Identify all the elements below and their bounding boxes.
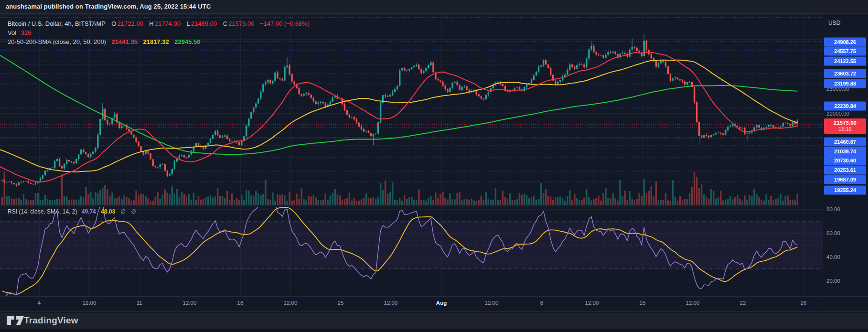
volume-row[interactable]: Vol 326 (8, 28, 310, 37)
volume-label: Vol (8, 29, 16, 36)
price-axis[interactable]: USD 23000.0022000.0024908.2624557.752412… (823, 13, 868, 311)
price-tick: 22000.00 (826, 111, 849, 117)
banner-text: anushsamal published on TradingView.com,… (6, 3, 211, 10)
time-label: 12:00 (384, 300, 398, 306)
symbol-title[interactable]: Bitcoin / U.S. Dollar, 4h, BITSTAMP (8, 20, 106, 27)
sma20-value: 21441.35 (112, 38, 138, 45)
time-label: 8 (540, 300, 543, 306)
time-label: 11 (137, 300, 142, 306)
price-level-label: 23603.72 (824, 69, 866, 78)
time-label: 25 (338, 300, 344, 306)
main-legend[interactable]: Bitcoin / U.S. Dollar, 4h, BITSTAMP O217… (8, 19, 310, 46)
symbol-row[interactable]: Bitcoin / U.S. Dollar, 4h, BITSTAMP O217… (8, 19, 310, 28)
price-level-label: 24557.75 (824, 47, 866, 56)
tradingview-logo-icon[interactable] (6, 315, 24, 327)
rsi-ma-value: 48.03 (101, 208, 115, 215)
time-label: 12:00 (585, 300, 599, 306)
bottom-gap (0, 329, 868, 332)
price-level-label: 19255.24 (824, 186, 866, 195)
time-label: 12:00 (83, 300, 96, 306)
close-label: C (223, 20, 227, 27)
publish-banner: anushsamal published on TradingView.com,… (0, 0, 868, 13)
time-label: 15 (640, 300, 646, 306)
open-label: O (111, 20, 116, 27)
rsi-empty-2: ∅ (131, 208, 136, 215)
price-level-label: 24908.26 (824, 38, 866, 47)
tradingview-bar: TradingView (0, 313, 868, 329)
price-level-label: 21460.87 (824, 138, 866, 147)
price-level-label: 24122.55 (824, 57, 866, 66)
high-value: 21774.00 (155, 20, 181, 27)
price-level-label: 20730.60 (824, 156, 866, 165)
rsi-tick: 60.00 (826, 230, 840, 236)
close-value: 21573.00 (228, 20, 254, 27)
low-label: L (187, 20, 190, 27)
time-label: 4 (38, 300, 41, 306)
time-label: Aug (436, 300, 447, 306)
rsi-empty-1: ∅ (120, 208, 125, 215)
volume-value: 326 (21, 29, 32, 36)
rsi-label: RSI (14, close, SMA, 14, 2) (8, 208, 77, 215)
time-axis[interactable]: 412:001112:001812:002512:00Aug12:00812:0… (0, 296, 823, 311)
time-label: 12:00 (686, 300, 700, 306)
high-label: H (149, 20, 153, 27)
tradingview-wordmark[interactable]: TradingView (24, 315, 78, 326)
price-level-label: 21039.74 (824, 147, 866, 156)
bar-countdown: 15:16 (824, 126, 866, 132)
rsi-legend[interactable]: RSI (14, close, SMA, 14, 2) 49.74 48.03 … (8, 208, 136, 215)
price-level-label: 19687.09 (824, 175, 866, 184)
time-label: 18 (237, 300, 244, 306)
chart-canvas[interactable] (0, 0, 868, 332)
rsi-tick: 80.00 (826, 206, 840, 212)
time-label: 12:00 (183, 300, 197, 306)
price-level-label: 23199.88 (824, 79, 866, 88)
tradingview-screenshot: anushsamal published on TradingView.com,… (0, 0, 868, 332)
rsi-tick: 20.00 (826, 278, 840, 284)
time-label: 26 (801, 300, 807, 306)
rsi-value: 49.74 (82, 208, 96, 215)
open-value: 21722.00 (117, 20, 143, 27)
sma200-value: 22945.50 (174, 38, 200, 45)
currency-label: USD (828, 20, 840, 26)
time-label: 12:00 (485, 300, 499, 306)
low-value: 21489.00 (191, 20, 217, 27)
price-level-label: 22230.84 (824, 102, 866, 111)
price-level-label: 20253.61 (824, 166, 866, 175)
rsi-tick: 40.00 (826, 254, 840, 260)
time-label: 22 (740, 300, 746, 306)
current-price-value: 21573.00 (824, 119, 866, 126)
current-price-label: 21573.0015:16 (824, 118, 866, 134)
change-value: −147.00 (−0.68%) (260, 20, 310, 27)
time-label: 12:00 (284, 300, 298, 306)
sma-label: 20-50-200-SMA (close, 20, 50, 200) (8, 38, 106, 45)
sma50-value: 21817.32 (143, 38, 169, 45)
sma-row[interactable]: 20-50-200-SMA (close, 20, 50, 200) 21441… (8, 37, 310, 46)
